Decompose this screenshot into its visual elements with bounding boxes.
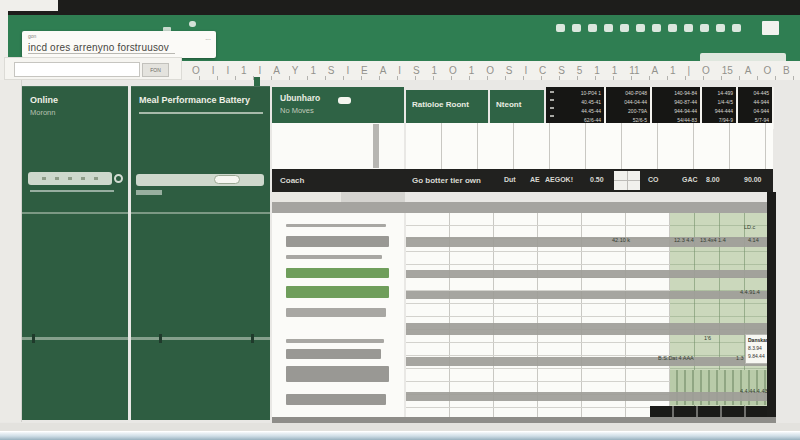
column-header-letter[interactable]: I — [259, 65, 262, 76]
column-header-letter[interactable]: S — [413, 65, 420, 76]
refresh-icon[interactable] — [114, 174, 123, 183]
column-header-letter[interactable]: 1 — [241, 65, 247, 76]
gray-bar — [286, 394, 386, 405]
column-header-letter[interactable]: B — [783, 65, 790, 76]
divider-tick — [159, 334, 162, 343]
share-button[interactable] — [762, 21, 779, 35]
gray-stripe-row — [406, 291, 773, 299]
column-header-letter[interactable]: 1 — [469, 65, 475, 76]
column-header-letter[interactable]: A — [273, 65, 280, 76]
totals-value: 90.00 — [744, 176, 762, 183]
column-header-letter[interactable]: | — [688, 65, 691, 76]
panel-battery-input[interactable] — [136, 174, 264, 186]
green-bar — [286, 268, 389, 278]
settings-icon[interactable] — [716, 24, 725, 32]
column-header-letter[interactable]: 1 — [594, 65, 600, 76]
column-header-letter[interactable]: S — [558, 65, 565, 76]
header-cell-c[interactable]: Nteont — [490, 90, 544, 123]
comment-icon[interactable] — [684, 24, 693, 32]
header-cell-a[interactable]: Ubunharo No Moves — [272, 87, 404, 123]
column-header-letter[interactable]: I — [398, 65, 401, 76]
gray-bar — [286, 255, 382, 259]
header-cell-narrow[interactable] — [546, 87, 560, 125]
panel-battery-title: Meal Performance Battery — [139, 95, 250, 105]
column-header-letter[interactable]: 11 — [629, 65, 639, 76]
header-a-title: Ubunharo — [280, 93, 320, 103]
column-header-letter[interactable]: 1 — [310, 65, 316, 76]
column-header-letter[interactable]: O — [486, 65, 494, 76]
overflow-icon[interactable]: ... — [205, 34, 211, 41]
gray-stripe-row — [406, 323, 773, 335]
column-header-letter[interactable]: E — [361, 65, 368, 76]
totals-mid: Go botter tier own — [412, 176, 481, 185]
column-header-letter[interactable]: 1 — [612, 65, 618, 76]
gray-stripe-row — [406, 392, 773, 401]
column-header-letter[interactable]: 15 — [722, 65, 733, 76]
totals-value: GAC — [682, 176, 698, 183]
table-icon[interactable] — [652, 24, 661, 32]
grid-icon[interactable] — [604, 24, 613, 32]
header-a-subtitle: No Moves — [280, 106, 314, 115]
column-header-letter[interactable]: I — [212, 65, 215, 76]
filter-strip[interactable] — [272, 192, 405, 202]
column-header-letter[interactable]: A — [745, 65, 752, 76]
toolbar: FON — [4, 57, 182, 80]
column-header-letter[interactable]: 1 — [670, 65, 676, 76]
totals-dut: Dut — [504, 176, 516, 183]
cells-under-headers[interactable] — [406, 123, 773, 169]
column-header-letter[interactable]: C — [539, 65, 546, 76]
totals-row[interactable]: Coach Go botter tier own Dut AE AEGOK!0.… — [272, 169, 773, 192]
column-header-letter[interactable]: O — [192, 65, 200, 76]
row-gutter[interactable] — [0, 80, 22, 422]
column-header-letter[interactable]: I — [524, 65, 527, 76]
column-header-letter[interactable]: O — [763, 65, 771, 76]
column-ticks — [182, 76, 800, 80]
column-header-letter[interactable]: A — [380, 65, 387, 76]
column-header-letter[interactable]: 1 — [432, 65, 438, 76]
column-header-letter[interactable]: S — [506, 65, 513, 76]
panel-divider — [131, 212, 270, 214]
header-cell-b[interactable]: Ratioloe Roont — [406, 90, 488, 123]
toggle-pill[interactable] — [214, 175, 240, 184]
column-header-letter[interactable]: S — [328, 65, 335, 76]
filename-text: incd ores arrenyno forstruusov — [28, 42, 175, 54]
save-icon[interactable] — [572, 24, 581, 32]
folder-icon[interactable] — [556, 24, 565, 32]
chart-icon[interactable] — [620, 24, 629, 32]
column-header-letter[interactable]: O — [449, 65, 457, 76]
panel-divider — [131, 337, 270, 340]
window-top-bar — [0, 0, 800, 15]
autosave-icon[interactable] — [189, 21, 196, 27]
undo-icon[interactable] — [588, 24, 597, 32]
search-input[interactable] — [14, 62, 140, 77]
column-header-letter[interactable]: A — [652, 65, 659, 76]
panel-online: Online Moronn — [22, 86, 128, 420]
divider-tick — [251, 334, 254, 343]
people-icon[interactable] — [636, 24, 645, 32]
column-header-letter[interactable]: Y — [292, 65, 299, 76]
row-stripes — [406, 213, 773, 418]
gray-bar — [286, 349, 381, 359]
panel-online-underline — [30, 190, 114, 192]
panel-online-input[interactable] — [28, 172, 112, 185]
column-header-letter[interactable]: O — [702, 65, 710, 76]
share-icon[interactable] — [700, 24, 709, 32]
filter-icon[interactable] — [668, 24, 677, 32]
group-band-row[interactable] — [272, 202, 773, 213]
totals-value: 8.00 — [706, 176, 720, 183]
filename-box[interactable]: gon incd ores arrenyno forstruusov ... — [22, 31, 216, 58]
ribbon-icon-row — [556, 24, 741, 32]
column-header-letter[interactable]: I — [226, 65, 229, 76]
toolbar-button[interactable]: FON — [142, 63, 169, 77]
gray-stripe-row — [406, 237, 773, 247]
gray-stripe-row — [406, 270, 773, 278]
totals-value: AEGOK! — [545, 176, 573, 183]
totals-minicell[interactable] — [614, 171, 640, 190]
divider-tick — [32, 334, 35, 343]
bell-icon[interactable] — [732, 24, 741, 32]
filename-hint: gon — [28, 33, 36, 39]
panel-divider — [22, 337, 128, 340]
column-header-letter[interactable]: 5 — [577, 65, 583, 76]
column-header-letter[interactable]: I — [346, 65, 349, 76]
gray-bar — [286, 366, 389, 382]
